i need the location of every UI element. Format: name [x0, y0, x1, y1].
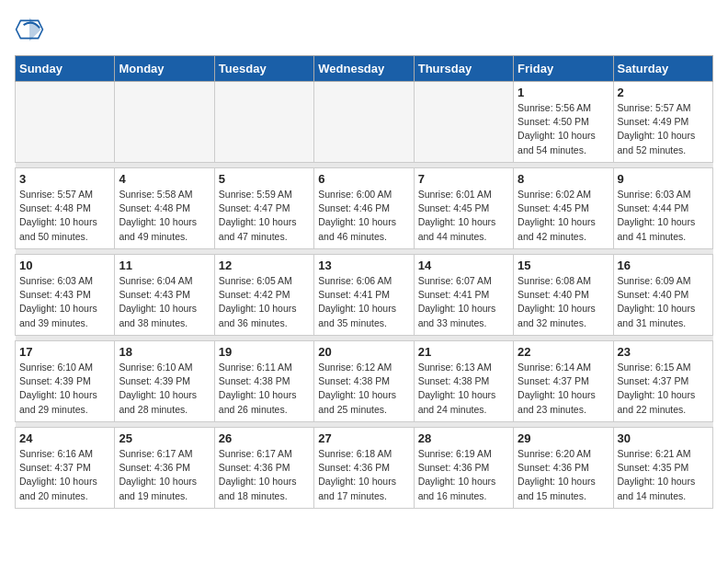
day-number: 16	[618, 259, 709, 272]
calendar-week-row: 17Sunrise: 6:10 AM Sunset: 4:39 PM Dayli…	[16, 341, 713, 422]
logo-icon	[15, 15, 44, 44]
calendar-cell: 15Sunrise: 6:08 AM Sunset: 4:40 PM Dayli…	[514, 255, 613, 336]
day-detail: Sunrise: 6:09 AM Sunset: 4:40 PM Dayligh…	[618, 274, 709, 330]
calendar-cell	[16, 82, 115, 163]
calendar-cell: 11Sunrise: 6:04 AM Sunset: 4:43 PM Dayli…	[115, 255, 214, 336]
calendar-cell: 10Sunrise: 6:03 AM Sunset: 4:43 PM Dayli…	[16, 255, 115, 336]
calendar-cell: 1Sunrise: 5:56 AM Sunset: 4:50 PM Daylig…	[514, 82, 613, 163]
calendar-cell: 22Sunrise: 6:14 AM Sunset: 4:37 PM Dayli…	[514, 341, 613, 422]
day-detail: Sunrise: 6:03 AM Sunset: 4:43 PM Dayligh…	[19, 274, 110, 330]
calendar-cell: 27Sunrise: 6:18 AM Sunset: 4:36 PM Dayli…	[314, 428, 414, 509]
day-detail: Sunrise: 6:14 AM Sunset: 4:37 PM Dayligh…	[518, 361, 609, 417]
day-number: 28	[418, 431, 509, 445]
calendar-cell: 12Sunrise: 6:05 AM Sunset: 4:42 PM Dayli…	[214, 255, 313, 336]
day-detail: Sunrise: 6:01 AM Sunset: 4:45 PM Dayligh…	[418, 188, 509, 244]
day-number: 14	[418, 259, 509, 272]
calendar-cell: 16Sunrise: 6:09 AM Sunset: 4:40 PM Dayli…	[613, 255, 712, 336]
day-number: 11	[119, 259, 210, 272]
calendar-week-row: 10Sunrise: 6:03 AM Sunset: 4:43 PM Dayli…	[16, 255, 713, 336]
calendar-cell: 25Sunrise: 6:17 AM Sunset: 4:36 PM Dayli…	[115, 428, 214, 509]
calendar-cell: 14Sunrise: 6:07 AM Sunset: 4:41 PM Dayli…	[414, 255, 513, 336]
day-detail: Sunrise: 6:11 AM Sunset: 4:38 PM Dayligh…	[219, 361, 310, 417]
day-number: 30	[618, 431, 709, 445]
day-number: 13	[318, 259, 409, 272]
day-detail: Sunrise: 6:05 AM Sunset: 4:42 PM Dayligh…	[219, 274, 310, 330]
day-number: 12	[219, 259, 310, 272]
calendar-cell: 26Sunrise: 6:17 AM Sunset: 4:36 PM Dayli…	[214, 428, 313, 509]
day-detail: Sunrise: 6:16 AM Sunset: 4:37 PM Dayligh…	[19, 447, 110, 503]
day-detail: Sunrise: 5:58 AM Sunset: 4:48 PM Dayligh…	[119, 188, 210, 244]
day-number: 5	[219, 172, 310, 186]
day-detail: Sunrise: 5:56 AM Sunset: 4:50 PM Dayligh…	[518, 101, 609, 157]
calendar-cell	[214, 82, 313, 163]
day-number: 29	[518, 431, 609, 445]
day-number: 15	[518, 259, 609, 272]
day-detail: Sunrise: 6:07 AM Sunset: 4:41 PM Dayligh…	[418, 274, 509, 330]
day-detail: Sunrise: 6:20 AM Sunset: 4:36 PM Dayligh…	[518, 447, 609, 503]
calendar-cell: 2Sunrise: 5:57 AM Sunset: 4:49 PM Daylig…	[613, 82, 712, 163]
day-number: 4	[119, 172, 210, 186]
calendar-table: SundayMondayTuesdayWednesdayThursdayFrid…	[15, 55, 713, 509]
logo	[15, 15, 48, 44]
calendar-cell: 6Sunrise: 6:00 AM Sunset: 4:46 PM Daylig…	[314, 168, 414, 249]
day-detail: Sunrise: 6:17 AM Sunset: 4:36 PM Dayligh…	[119, 447, 210, 503]
day-number: 6	[318, 172, 409, 186]
day-header-tuesday: Tuesday	[214, 56, 313, 82]
day-header-thursday: Thursday	[414, 56, 513, 82]
page-header	[15, 15, 713, 44]
day-detail: Sunrise: 6:17 AM Sunset: 4:36 PM Dayligh…	[219, 447, 310, 503]
calendar-cell: 21Sunrise: 6:13 AM Sunset: 4:38 PM Dayli…	[414, 341, 513, 422]
day-detail: Sunrise: 6:15 AM Sunset: 4:37 PM Dayligh…	[618, 361, 709, 417]
day-detail: Sunrise: 6:13 AM Sunset: 4:38 PM Dayligh…	[418, 361, 509, 417]
calendar-cell: 24Sunrise: 6:16 AM Sunset: 4:37 PM Dayli…	[16, 428, 115, 509]
calendar-header-row: SundayMondayTuesdayWednesdayThursdayFrid…	[16, 56, 713, 82]
day-detail: Sunrise: 6:10 AM Sunset: 4:39 PM Dayligh…	[119, 361, 210, 417]
day-number: 10	[19, 259, 110, 272]
day-detail: Sunrise: 6:10 AM Sunset: 4:39 PM Dayligh…	[19, 361, 110, 417]
calendar-cell: 13Sunrise: 6:06 AM Sunset: 4:41 PM Dayli…	[314, 255, 414, 336]
calendar-cell	[414, 82, 513, 163]
day-detail: Sunrise: 5:57 AM Sunset: 4:49 PM Dayligh…	[618, 101, 709, 157]
calendar-cell: 30Sunrise: 6:21 AM Sunset: 4:35 PM Dayli…	[613, 428, 712, 509]
calendar-cell: 20Sunrise: 6:12 AM Sunset: 4:38 PM Dayli…	[314, 341, 414, 422]
day-detail: Sunrise: 6:19 AM Sunset: 4:36 PM Dayligh…	[418, 447, 509, 503]
day-detail: Sunrise: 5:57 AM Sunset: 4:48 PM Dayligh…	[19, 188, 110, 244]
day-number: 24	[19, 431, 110, 445]
calendar-cell: 4Sunrise: 5:58 AM Sunset: 4:48 PM Daylig…	[115, 168, 214, 249]
day-number: 9	[618, 172, 709, 186]
calendar-week-row: 1Sunrise: 5:56 AM Sunset: 4:50 PM Daylig…	[16, 82, 713, 163]
calendar-cell: 23Sunrise: 6:15 AM Sunset: 4:37 PM Dayli…	[613, 341, 712, 422]
day-detail: Sunrise: 6:02 AM Sunset: 4:45 PM Dayligh…	[518, 188, 609, 244]
calendar-cell: 7Sunrise: 6:01 AM Sunset: 4:45 PM Daylig…	[414, 168, 513, 249]
calendar-cell: 17Sunrise: 6:10 AM Sunset: 4:39 PM Dayli…	[16, 341, 115, 422]
day-detail: Sunrise: 6:04 AM Sunset: 4:43 PM Dayligh…	[119, 274, 210, 330]
calendar-cell: 9Sunrise: 6:03 AM Sunset: 4:44 PM Daylig…	[613, 168, 712, 249]
day-number: 7	[418, 172, 509, 186]
day-number: 27	[318, 431, 409, 445]
day-number: 1	[518, 86, 609, 99]
day-number: 17	[19, 345, 110, 359]
calendar-cell: 19Sunrise: 6:11 AM Sunset: 4:38 PM Dayli…	[214, 341, 313, 422]
day-detail: Sunrise: 6:03 AM Sunset: 4:44 PM Dayligh…	[618, 188, 709, 244]
day-number: 8	[518, 172, 609, 186]
day-detail: Sunrise: 6:06 AM Sunset: 4:41 PM Dayligh…	[318, 274, 409, 330]
calendar-cell: 5Sunrise: 5:59 AM Sunset: 4:47 PM Daylig…	[214, 168, 313, 249]
day-detail: Sunrise: 6:00 AM Sunset: 4:46 PM Dayligh…	[318, 188, 409, 244]
day-detail: Sunrise: 6:12 AM Sunset: 4:38 PM Dayligh…	[318, 361, 409, 417]
day-header-wednesday: Wednesday	[314, 56, 414, 82]
calendar-cell: 29Sunrise: 6:20 AM Sunset: 4:36 PM Dayli…	[514, 428, 613, 509]
calendar-cell: 28Sunrise: 6:19 AM Sunset: 4:36 PM Dayli…	[414, 428, 513, 509]
day-detail: Sunrise: 6:21 AM Sunset: 4:35 PM Dayligh…	[618, 447, 709, 503]
calendar-cell: 8Sunrise: 6:02 AM Sunset: 4:45 PM Daylig…	[514, 168, 613, 249]
calendar-week-row: 24Sunrise: 6:16 AM Sunset: 4:37 PM Dayli…	[16, 428, 713, 509]
day-number: 19	[219, 345, 310, 359]
day-detail: Sunrise: 5:59 AM Sunset: 4:47 PM Dayligh…	[219, 188, 310, 244]
day-number: 20	[318, 345, 409, 359]
day-number: 18	[119, 345, 210, 359]
day-number: 26	[219, 431, 310, 445]
day-header-monday: Monday	[115, 56, 214, 82]
calendar-cell: 18Sunrise: 6:10 AM Sunset: 4:39 PM Dayli…	[115, 341, 214, 422]
calendar-cell: 3Sunrise: 5:57 AM Sunset: 4:48 PM Daylig…	[16, 168, 115, 249]
day-number: 25	[119, 431, 210, 445]
day-detail: Sunrise: 6:08 AM Sunset: 4:40 PM Dayligh…	[518, 274, 609, 330]
